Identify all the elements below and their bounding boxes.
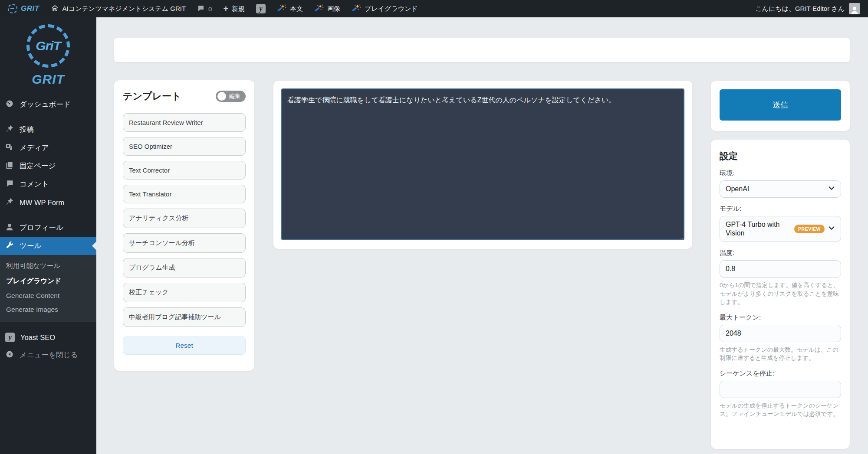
submit-panel: 送信 [711, 81, 850, 131]
template-button-intermediate-blog-tool[interactable]: 中級者用ブログ記事補助ツール [123, 307, 246, 327]
template-button-seo-optimizer[interactable]: SEO Optimizer [123, 137, 246, 156]
model-value: GPT-4 Turbo with Vision [726, 220, 791, 238]
comments-count: 0 [208, 5, 212, 13]
settings-panel: 設定 環境: OpenAI モデル: GPT-4 Turbo with Visi… [711, 140, 850, 449]
admin-bar-yoast[interactable]: y [256, 4, 266, 13]
comment-bubble-icon [5, 179, 14, 189]
grit-logo-icon: GriT [26, 24, 70, 68]
chevron-down-icon [828, 185, 835, 193]
comment-bubble-icon [197, 4, 205, 13]
prompt-panel: 看護学生で病院に就職をして看護士になりたいと考えているZ世代の人のペルソナを設定… [273, 81, 692, 249]
media-icon [5, 143, 14, 153]
yoast-icon: y [5, 333, 15, 342]
chevron-down-icon [828, 225, 835, 233]
empty-toolbar [114, 38, 850, 62]
toggle-knob [217, 92, 226, 101]
environment-label: 環境: [720, 169, 841, 177]
plus-icon: + [223, 4, 228, 13]
admin-bar-quick-gazou[interactable]: 画像 [314, 3, 340, 14]
settings-title: 設定 [720, 150, 841, 162]
stop-sequence-help: モデルの生成を停止するトークンのシーケンス。ファインチューンモデルでは必須です。 [720, 402, 841, 418]
grit-mini-logo-icon [8, 4, 17, 13]
sidebar-item-profile[interactable]: プロフィール [0, 219, 96, 237]
sidebar-item-media[interactable]: メディア [0, 139, 96, 157]
admin-sidebar: GriT GRIT ダッシュボード 投稿 メデ [0, 17, 96, 454]
sidebar-item-yoast-seo[interactable]: y Yoast SEO [0, 329, 96, 346]
max-tokens-label: 最大トークン: [720, 314, 841, 322]
sidebar-item-available-tools[interactable]: 利用可能なツール [0, 258, 96, 274]
avatar[interactable] [849, 3, 860, 14]
admin-bar-quick-honbun[interactable]: 本文 [277, 3, 303, 14]
sidebar-item-collapse-menu[interactable]: メニューを閉じる [0, 346, 96, 364]
person-icon [5, 222, 14, 233]
stop-sequence-input[interactable] [720, 381, 841, 398]
admin-bar-brand-label: GRIT [21, 4, 39, 13]
quick-action-label: プレイグラウンド [365, 5, 418, 13]
environment-value: OpenAI [726, 185, 749, 193]
temperature-input[interactable] [720, 260, 841, 278]
main-content: テンプレート 編集 Restaurant Review Writer SEO O… [96, 17, 868, 454]
pages-icon [5, 161, 14, 171]
tools-submenu: 利用可能なツール プレイグラウンド Generate Content Gener… [0, 255, 96, 322]
template-button-restaurant-review-writer[interactable]: Restaurant Review Writer [123, 113, 246, 132]
collapse-arrow-icon [5, 350, 14, 360]
sidebar-item-comments[interactable]: コメント [0, 175, 96, 193]
pushpin-icon [5, 124, 14, 135]
admin-bar-new[interactable]: + 新規 [223, 4, 245, 13]
user-greeting[interactable]: こんにちは、GRIT-Editor さん [755, 5, 845, 13]
template-button-program-generation[interactable]: プログラム生成 [123, 258, 246, 278]
template-button-text-corrector[interactable]: Text Corrector [123, 161, 246, 180]
quick-action-label: 画像 [327, 5, 340, 13]
stop-sequence-label: シーケンスを停止: [720, 369, 841, 378]
magic-wand-icon [352, 3, 361, 14]
sidebar-item-generate-content[interactable]: Generate Content [0, 289, 96, 303]
template-panel: テンプレート 編集 Restaurant Review Writer SEO O… [114, 80, 254, 371]
admin-bar-site-link[interactable]: AIコンテンツマネジメントシステム GRIT [51, 4, 186, 13]
magic-wand-icon [314, 3, 324, 14]
sidebar-menu: ダッシュボード 投稿 メディア 固定ページ [0, 95, 96, 364]
template-button-proofreading-check[interactable]: 校正チェック [123, 283, 246, 302]
sidebar-logo: GriT GRIT [0, 17, 96, 89]
max-tokens-help: 生成するトークンの最大数。モデルは、この制限に達すると生成を停止します。 [720, 346, 841, 363]
grit-admin-screen: GRIT AIコンテンツマネジメントシステム GRIT 0 + 新規 y [0, 0, 868, 454]
submit-button[interactable]: 送信 [720, 89, 841, 121]
environment-select[interactable]: OpenAI [720, 180, 841, 198]
yoast-icon: y [256, 4, 266, 13]
admin-bar-comments[interactable]: 0 [197, 4, 212, 13]
template-button-analytics-analysis[interactable]: アナリティクス分析 [123, 209, 246, 228]
admin-bar: GRIT AIコンテンツマネジメントシステム GRIT 0 + 新規 y [0, 0, 868, 17]
home-icon [51, 4, 59, 13]
sidebar-item-pages[interactable]: 固定ページ [0, 157, 96, 175]
preview-badge: PREVIEW [794, 225, 825, 233]
new-label: 新規 [232, 5, 245, 13]
wrench-icon [5, 241, 14, 251]
pushpin-icon [5, 197, 14, 208]
model-select[interactable]: GPT-4 Turbo with Vision PREVIEW [720, 216, 841, 242]
edit-toggle-label: 編集 [229, 92, 240, 100]
sidebar-item-posts[interactable]: 投稿 [0, 121, 96, 139]
dashboard-icon [5, 99, 14, 110]
sidebar-item-generate-images[interactable]: Generate Images [0, 303, 96, 317]
temperature-label: 温度: [720, 249, 841, 257]
site-title: AIコンテンツマネジメントシステム GRIT [62, 5, 186, 13]
sidebar-item-playground[interactable]: プレイグラウンド [0, 274, 96, 289]
sidebar-item-mw-wp-form[interactable]: MW WP Form [0, 193, 96, 212]
reset-button[interactable]: Reset [123, 336, 246, 355]
edit-toggle[interactable]: 編集 [216, 91, 246, 102]
model-label: モデル: [720, 205, 841, 213]
admin-bar-brand[interactable]: GRIT [8, 4, 39, 13]
max-tokens-input[interactable] [720, 325, 841, 342]
prompt-textarea[interactable]: 看護学生で病院に就職をして看護士になりたいと考えているZ世代の人のペルソナを設定… [281, 88, 684, 240]
template-panel-title: テンプレート [123, 90, 181, 103]
template-button-text-translator[interactable]: Text Translator [123, 185, 246, 203]
template-button-search-console-analysis[interactable]: サーチコンソール分析 [123, 233, 246, 253]
sidebar-item-dashboard[interactable]: ダッシュボード [0, 95, 96, 114]
sidebar-logo-text: GRIT [32, 72, 65, 87]
magic-wand-icon [277, 3, 286, 14]
admin-bar-quick-playground[interactable]: プレイグラウンド [352, 3, 418, 14]
temperature-help: 0から1の間で指定します。値を高くすると、モデルがより多くのリスクを取ることを意… [720, 281, 841, 307]
sidebar-item-tools[interactable]: ツール [0, 237, 96, 255]
quick-action-label: 本文 [290, 5, 303, 13]
